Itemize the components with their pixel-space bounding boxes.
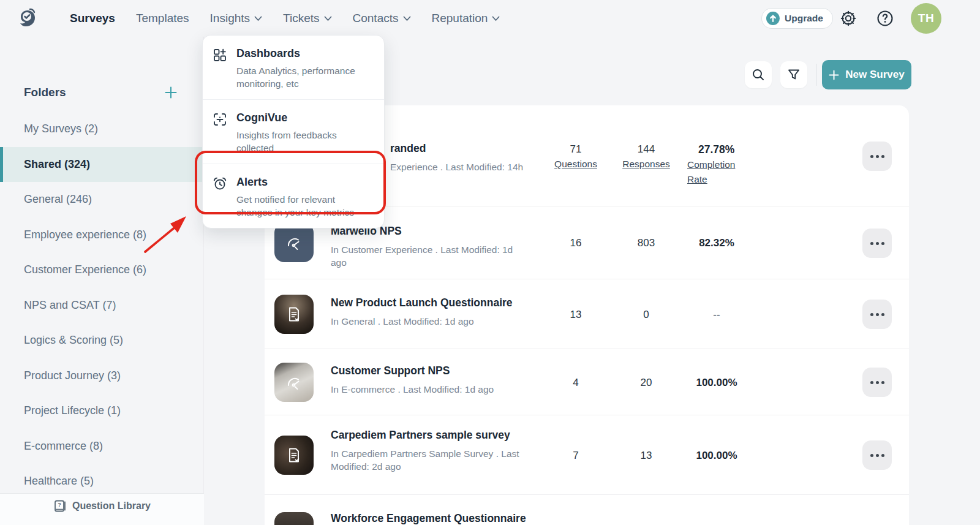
completion-rate-value: 82.32% <box>680 237 753 249</box>
sidebar-item-logics-scoring[interactable]: Logics & Scoring (5) <box>0 323 204 358</box>
completion-rate-column-label[interactable]: Rate <box>687 173 707 186</box>
nav-item-insights[interactable]: Insights <box>210 12 262 25</box>
menu-item-cognivue[interactable]: CogniVue Insights from feedbacks collect… <box>203 99 384 164</box>
user-avatar[interactable]: TH <box>911 3 941 34</box>
responses-column-label[interactable]: Responses <box>622 157 670 170</box>
questions-count: 13 <box>545 309 606 321</box>
ellipsis-icon <box>870 242 873 245</box>
survey-thumbnail[interactable] <box>274 436 314 475</box>
avatar-initials: TH <box>918 12 934 25</box>
nav-label-templates: Templates <box>136 12 189 25</box>
menu-item-alerts[interactable]: Alerts Get notified for relevant changes… <box>203 164 384 228</box>
nav-label-reputation: Reputation <box>432 12 488 25</box>
menu-item-description: Data Analytics, performance monitoring, … <box>236 64 366 90</box>
new-survey-label: New Survey <box>845 69 904 81</box>
toolbar-divider <box>816 64 816 86</box>
sidebar-item-product-journey[interactable]: Product Journey (3) <box>0 358 204 394</box>
responses-count: 144 <box>638 143 655 156</box>
sidebar-item-shared[interactable]: Shared (324) <box>0 147 204 183</box>
survey-row[interactable]: Workforce Engagement Questionnaire <box>265 495 909 525</box>
nav-item-tickets[interactable]: Tickets <box>283 12 331 25</box>
ellipsis-icon <box>870 313 873 316</box>
survey-row[interactable]: New Product Launch Questionnaire In Gene… <box>265 279 909 349</box>
nav-item-templates[interactable]: Templates <box>136 12 189 25</box>
row-options-button[interactable] <box>862 440 892 470</box>
sidebar-item-nps-and-csat[interactable]: NPS and CSAT (7) <box>0 288 204 323</box>
survey-title[interactable]: Carpediem Partners sample survey <box>331 429 527 442</box>
new-survey-button[interactable]: New Survey <box>822 60 911 89</box>
nav-item-contacts[interactable]: Contacts <box>353 12 411 25</box>
menu-item-description: Insights from feedbacks collected <box>236 129 366 154</box>
chevron-down-icon <box>324 16 332 21</box>
alarm-clock-icon <box>213 176 228 219</box>
menu-item-dashboards[interactable]: Dashboards Data Analytics, performance m… <box>203 36 384 99</box>
survey-title[interactable]: Workforce Engagement Questionnaire <box>331 512 527 525</box>
questions-count: 71 <box>570 143 582 156</box>
survey-meta: In Carpediem Partners Sample Survey . La… <box>331 447 526 473</box>
row-options-button[interactable] <box>862 142 892 171</box>
surveysparrow-logo[interactable] <box>17 8 38 29</box>
search-icon <box>752 68 765 81</box>
survey-thumbnail[interactable] <box>274 512 314 525</box>
chevron-down-icon <box>254 16 262 21</box>
question-library-button[interactable]: ? Question Library <box>0 493 204 525</box>
nav-label-insights: Insights <box>210 12 250 25</box>
gear-icon <box>840 10 857 27</box>
sidebar-item-employee-experience[interactable]: Employee experience (8) <box>0 217 204 253</box>
sidebar-item-customer-experience[interactable]: Customer Experience (6) <box>0 252 204 288</box>
search-button[interactable] <box>745 61 772 88</box>
chevron-down-icon <box>492 16 500 21</box>
nav-label-contacts: Contacts <box>353 12 399 25</box>
responses-count: 803 <box>616 237 677 249</box>
plus-icon <box>829 70 839 80</box>
survey-title[interactable]: Customer Support NPS <box>331 364 527 377</box>
dashboards-grid-icon <box>213 47 228 90</box>
filter-button[interactable] <box>780 61 807 88</box>
question-library-label: Question Library <box>72 500 151 512</box>
questions-column-label[interactable]: Questions <box>554 157 597 170</box>
responses-count: 20 <box>616 377 677 389</box>
survey-row[interactable]: Customer Support NPS In E-commerce . Las… <box>265 349 909 415</box>
chevron-down-icon <box>403 16 411 21</box>
scan-face-icon <box>213 111 228 154</box>
settings-button[interactable] <box>840 10 857 27</box>
add-folder-button[interactable] <box>164 86 178 99</box>
completion-rate-column-label[interactable]: Completion <box>687 158 735 171</box>
nav-item-surveys[interactable]: Surveys <box>70 12 115 25</box>
insights-dropdown-menu: Dashboards Data Analytics, performance m… <box>202 35 385 229</box>
questions-count: 16 <box>545 237 606 249</box>
survey-thumbnail[interactable] <box>274 223 314 262</box>
upgrade-label: Upgrade <box>785 13 823 24</box>
survey-meta: In E-commerce . Last Modified: 1d ago <box>331 383 526 396</box>
menu-item-title: CogniVue <box>236 111 366 124</box>
row-options-button[interactable] <box>862 229 892 258</box>
document-check-icon <box>285 447 303 464</box>
survey-row[interactable]: Carpediem Partners sample survey In Carp… <box>265 415 909 495</box>
sidebar-item-my-surveys[interactable]: My Surveys (2) <box>0 111 204 147</box>
sidebar-item-general[interactable]: General (246) <box>0 182 204 217</box>
question-library-book-icon: ? <box>53 499 67 513</box>
upgrade-arrow-icon <box>766 12 780 25</box>
survey-thumbnail[interactable] <box>274 363 314 402</box>
nav-item-reputation[interactable]: Reputation <box>432 12 500 25</box>
row-options-button[interactable] <box>862 368 892 397</box>
survey-title[interactable]: New Product Launch Questionnaire <box>331 296 527 309</box>
ellipsis-icon <box>870 454 873 457</box>
svg-text:?: ? <box>58 502 61 508</box>
main-menu: Surveys Templates Insights Tickets Conta… <box>70 0 500 37</box>
top-navigation: Surveys Templates Insights Tickets Conta… <box>0 0 980 37</box>
sidebar-item-e-commerce[interactable]: E-commerce (8) <box>0 429 204 464</box>
folders-header: Folders <box>24 86 66 99</box>
survey-thumbnail[interactable] <box>274 295 314 334</box>
folders-sidebar: Folders My Surveys (2) Shared (324) Gene… <box>0 37 204 525</box>
survey-meta: In General . Last Modified: 1d ago <box>331 315 526 328</box>
questions-count: 7 <box>545 450 606 462</box>
upgrade-button[interactable]: Upgrade <box>761 8 833 29</box>
responses-count: 13 <box>616 450 677 462</box>
row-options-button[interactable] <box>862 300 892 329</box>
ellipsis-icon <box>870 155 873 158</box>
responses-count: 0 <box>616 309 677 321</box>
help-button[interactable] <box>876 10 894 27</box>
sidebar-item-project-lifecycle[interactable]: Project Lifecycle (1) <box>0 393 204 429</box>
completion-rate-value: 27.78% <box>698 143 734 156</box>
